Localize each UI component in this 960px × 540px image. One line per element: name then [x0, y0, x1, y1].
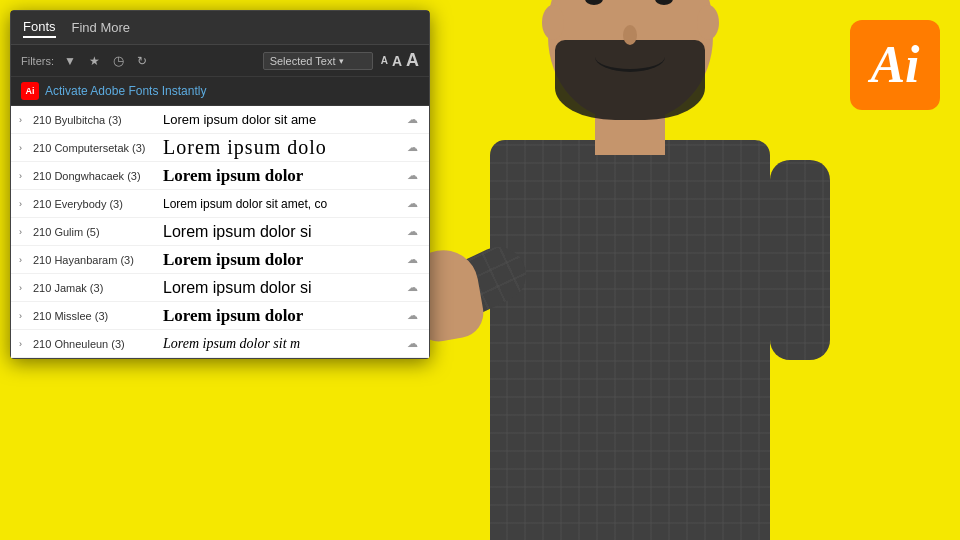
font-preview-text: Lorem ipsum dolor	[163, 166, 399, 186]
filters-bar: Filters: ▼ ★ ◷ ↻ Selected Text ▾ A A A	[11, 45, 429, 77]
font-name-label: 210 Computersetak (3)	[33, 142, 163, 154]
font-name-label: 210 Jamak (3)	[33, 282, 163, 294]
font-preview-text: Lorem ipsum dolor	[163, 250, 399, 270]
filter-funnel-icon[interactable]: ▼	[62, 53, 78, 69]
size-medium-btn[interactable]: A	[392, 53, 402, 69]
cloud-download-icon[interactable]: ☁	[403, 337, 421, 350]
shirt-body	[490, 140, 770, 540]
activate-text[interactable]: Activate Adobe Fonts Instantly	[45, 84, 206, 98]
cloud-download-icon[interactable]: ☁	[403, 169, 421, 182]
cloud-download-icon[interactable]: ☁	[403, 225, 421, 238]
expand-arrow-icon[interactable]: ›	[19, 255, 29, 265]
tab-find-more[interactable]: Find More	[72, 18, 131, 37]
font-preview-text: Lorem ipsum dolo	[163, 136, 399, 159]
ear-right	[697, 5, 719, 40]
font-preview-text: Lorem ipsum dolor sit m	[163, 336, 399, 352]
font-preview-text: Lorem ipsum dolor	[163, 306, 399, 326]
font-row[interactable]: ›210 Gulim (5)Lorem ipsum dolor si☁	[11, 218, 429, 246]
ai-logo: Ai	[850, 20, 940, 110]
font-name-label: 210 Dongwhacaek (3)	[33, 170, 163, 182]
filters-label: Filters:	[21, 55, 54, 67]
font-name-label: 210 Hayanbaram (3)	[33, 254, 163, 266]
font-row[interactable]: ›210 Jamak (3)Lorem ipsum dolor si☁	[11, 274, 429, 302]
font-name-label: 210 Byulbitcha (3)	[33, 114, 163, 126]
font-name-label: 210 Gulim (5)	[33, 226, 163, 238]
cloud-download-icon[interactable]: ☁	[403, 197, 421, 210]
size-buttons: A A A	[381, 50, 419, 71]
tab-fonts[interactable]: Fonts	[23, 17, 56, 38]
cloud-download-icon[interactable]: ☁	[403, 141, 421, 154]
filter-refresh-icon[interactable]: ↻	[134, 53, 150, 69]
expand-arrow-icon[interactable]: ›	[19, 115, 29, 125]
expand-arrow-icon[interactable]: ›	[19, 171, 29, 181]
expand-arrow-icon[interactable]: ›	[19, 227, 29, 237]
font-name-label: 210 Ohneuleun (3)	[33, 338, 163, 350]
expand-arrow-icon[interactable]: ›	[19, 311, 29, 321]
activate-banner[interactable]: Ai Activate Adobe Fonts Instantly	[11, 77, 429, 106]
font-preview-text: Lorem ipsum dolor sit ame	[163, 112, 399, 127]
nose	[623, 25, 637, 45]
font-preview-text: Lorem ipsum dolor sit amet, co	[163, 197, 399, 211]
adobe-badge-icon: Ai	[21, 82, 39, 100]
font-row[interactable]: ›210 Dongwhacaek (3)Lorem ipsum dolor☁	[11, 162, 429, 190]
filter-clock-icon[interactable]: ◷	[110, 53, 126, 69]
font-preview-text: Lorem ipsum dolor si	[163, 223, 399, 241]
expand-arrow-icon[interactable]: ›	[19, 143, 29, 153]
font-preview-text: Lorem ipsum dolor si	[163, 279, 399, 297]
ai-logo-text: Ai	[870, 39, 919, 91]
ear-left	[542, 5, 564, 40]
cloud-download-icon[interactable]: ☁	[403, 253, 421, 266]
expand-arrow-icon[interactable]: ›	[19, 199, 29, 209]
font-row[interactable]: ›210 Misslee (3)Lorem ipsum dolor☁	[11, 302, 429, 330]
smile	[595, 42, 665, 72]
cloud-download-icon[interactable]: ☁	[403, 281, 421, 294]
font-list: ›210 Byulbitcha (3)Lorem ipsum dolor sit…	[11, 106, 429, 358]
expand-arrow-icon[interactable]: ›	[19, 283, 29, 293]
font-row[interactable]: ›210 Byulbitcha (3)Lorem ipsum dolor sit…	[11, 106, 429, 134]
arm-right	[770, 160, 830, 360]
size-small-btn[interactable]: A	[381, 55, 388, 66]
fonts-panel: Fonts Find More Filters: ▼ ★ ◷ ↻ Selecte…	[10, 10, 430, 359]
cloud-download-icon[interactable]: ☁	[403, 309, 421, 322]
cloud-download-icon[interactable]: ☁	[403, 113, 421, 126]
font-name-label: 210 Misslee (3)	[33, 310, 163, 322]
dropdown-label: Selected Text	[270, 55, 336, 67]
font-row[interactable]: ›210 Everybody (3)Lorem ipsum dolor sit …	[11, 190, 429, 218]
person-silhouette	[400, 10, 860, 540]
panel-header: Fonts Find More	[11, 11, 429, 45]
font-row[interactable]: ›210 Hayanbaram (3)Lorem ipsum dolor☁	[11, 246, 429, 274]
font-name-label: 210 Everybody (3)	[33, 198, 163, 210]
expand-arrow-icon[interactable]: ›	[19, 339, 29, 349]
dropdown-arrow-icon: ▾	[339, 56, 344, 66]
selected-text-dropdown[interactable]: Selected Text ▾	[263, 52, 373, 70]
size-large-btn[interactable]: A	[406, 50, 419, 71]
font-row[interactable]: ›210 Ohneuleun (3)Lorem ipsum dolor sit …	[11, 330, 429, 358]
font-row[interactable]: ›210 Computersetak (3)Lorem ipsum dolo☁	[11, 134, 429, 162]
filter-star-icon[interactable]: ★	[86, 53, 102, 69]
